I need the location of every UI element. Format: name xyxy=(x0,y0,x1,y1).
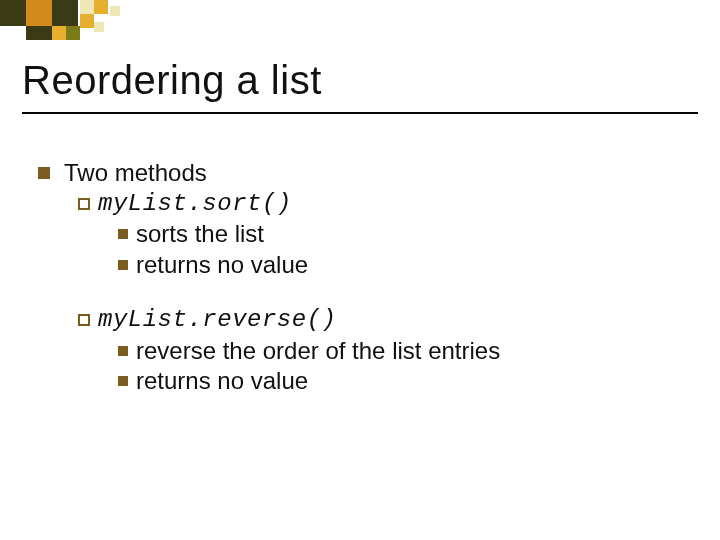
code-object: myList xyxy=(98,306,187,333)
square-bullet-icon xyxy=(118,260,128,270)
code-sort: myList.sort() xyxy=(98,189,292,220)
slide-title: Reordering a list xyxy=(22,58,322,103)
bullet-level1: Two methods xyxy=(38,158,690,189)
corner-decoration xyxy=(0,0,220,46)
level3-text: returns no value xyxy=(136,366,308,397)
square-bullet-icon xyxy=(118,376,128,386)
title-underline xyxy=(22,112,698,114)
square-bullet-icon xyxy=(118,229,128,239)
bullet-level3: reverse the order of the list entries xyxy=(118,336,690,367)
bullet-level2-sort: myList.sort() xyxy=(78,189,690,220)
code-reverse: myList.reverse() xyxy=(98,305,336,336)
slide-body: Two methods myList.sort() sorts the list… xyxy=(38,158,690,397)
bullet-level3: sorts the list xyxy=(118,219,690,250)
level3-text: sorts the list xyxy=(136,219,264,250)
level3-text: reverse the order of the list entries xyxy=(136,336,500,367)
open-square-bullet-icon xyxy=(78,198,90,210)
bullet-level3: returns no value xyxy=(118,366,690,397)
code-method: .reverse() xyxy=(187,306,336,333)
level3-text: returns no value xyxy=(136,250,308,281)
slide: Reordering a list Two methods myList.sor… xyxy=(0,0,720,540)
bullet-level2-reverse: myList.reverse() xyxy=(78,305,690,336)
code-method: .sort() xyxy=(187,190,291,217)
level1-text: Two methods xyxy=(64,158,207,189)
code-object: myList xyxy=(98,190,187,217)
open-square-bullet-icon xyxy=(78,314,90,326)
square-bullet-icon xyxy=(38,167,50,179)
bullet-level3: returns no value xyxy=(118,250,690,281)
square-bullet-icon xyxy=(118,346,128,356)
